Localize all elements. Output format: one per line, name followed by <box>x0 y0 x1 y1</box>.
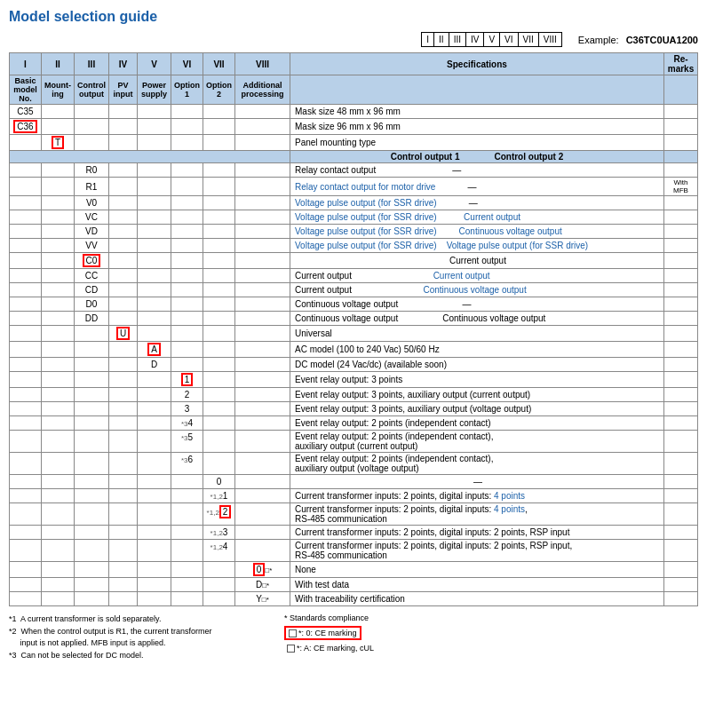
cell-c35: C35 <box>10 105 42 119</box>
roman-VI: VI <box>500 33 518 46</box>
row-opt1-5: *35 Event relay output: 2 points (indepe… <box>10 431 698 453</box>
cell-empty <box>171 196 203 210</box>
cell-empty <box>42 225 75 239</box>
remarks-U <box>664 326 698 342</box>
cell-opt2-4: *1,24 <box>203 540 235 562</box>
cell-empty <box>203 388 235 402</box>
cell-empty <box>171 326 203 342</box>
row-VV: VV Voltage pulse output (for SSR drive) … <box>10 239 698 253</box>
cell-empty <box>171 163 203 178</box>
remarks-opt2-2 <box>664 503 698 526</box>
row-opt2-1: *1,21 Current transformer inputs: 2 poin… <box>10 489 698 503</box>
header-roman-row: I II III IV V VI VII VIII Specifications… <box>10 53 698 75</box>
col-header-III: III <box>75 53 109 75</box>
cell-empty <box>42 119 75 135</box>
header-label-row: Basic model No. Mount­ing Control output… <box>10 75 698 105</box>
cell-empty <box>10 178 42 196</box>
cell-empty <box>235 210 290 225</box>
remarks-A <box>664 342 698 358</box>
remarks-DD <box>664 312 698 326</box>
cell-empty <box>138 326 171 342</box>
remarks-opt1-4 <box>664 416 698 431</box>
cell-empty <box>42 342 75 358</box>
remarks-VC <box>664 210 698 225</box>
cell-empty <box>109 578 138 592</box>
col-label-opt1: Option 1 <box>171 75 203 105</box>
cell-empty <box>171 239 203 253</box>
roman-V: V <box>484 33 500 46</box>
col-label-opt2: Option 2 <box>203 75 235 105</box>
cell-empty <box>75 416 109 431</box>
cell-empty <box>109 239 138 253</box>
remarks-opt1-1 <box>664 372 698 388</box>
cell-empty <box>42 253 75 269</box>
row-C0: C0 Current output <box>10 253 698 269</box>
cell-empty <box>235 431 290 453</box>
cell-empty <box>235 388 290 402</box>
A-highlighted: A <box>147 343 161 356</box>
cell-empty <box>203 358 235 372</box>
cell-add-D: D□* <box>235 578 290 592</box>
cell-empty <box>171 119 203 135</box>
cell-empty <box>235 540 290 562</box>
cell-empty <box>171 578 203 592</box>
cell-empty <box>42 540 75 562</box>
cell-empty <box>10 253 42 269</box>
spec-U: Universal <box>290 326 664 342</box>
cell-opt1-4: *34 <box>171 416 203 431</box>
cell-empty <box>75 388 109 402</box>
standard-ce: *: 0: CE marking <box>284 625 698 641</box>
cell-empty <box>10 297 42 312</box>
cell-opt1-5: *35 <box>171 431 203 453</box>
remarks-opt1-2 <box>664 388 698 402</box>
cell-empty <box>171 540 203 562</box>
cell-empty <box>203 105 235 119</box>
cell-empty <box>109 562 138 578</box>
cell-empty <box>10 388 42 402</box>
cell-empty <box>138 225 171 239</box>
cell-CC: CC <box>75 269 109 283</box>
cell-empty <box>235 503 290 526</box>
cell-empty <box>42 210 75 225</box>
footnote-3: *3 Can not be selected for DC model. <box>9 650 284 662</box>
remarks-opt2-0 <box>664 475 698 489</box>
cell-empty <box>203 283 235 297</box>
cell-A: A <box>138 342 171 358</box>
cell-empty <box>10 225 42 239</box>
remarks-c35 <box>664 105 698 119</box>
cell-empty <box>42 105 75 119</box>
cell-empty <box>138 475 171 489</box>
cell-empty <box>42 178 75 196</box>
cell-empty <box>203 239 235 253</box>
cell-empty <box>235 402 290 416</box>
remarks-R0 <box>664 163 698 178</box>
cell-empty <box>75 402 109 416</box>
spec-add-0: None <box>290 562 664 578</box>
cell-empty <box>109 402 138 416</box>
U-highlighted: U <box>116 327 130 340</box>
cell-empty <box>235 119 290 135</box>
cell-empty <box>109 297 138 312</box>
cell-empty <box>235 326 290 342</box>
c36-highlighted: C36 <box>13 120 36 133</box>
cell-empty <box>203 342 235 358</box>
spec-VD: Voltage pulse output (for SSR drive) Con… <box>290 225 664 239</box>
cell-empty <box>138 239 171 253</box>
cell-empty <box>75 119 109 135</box>
cell-empty <box>75 592 109 606</box>
cell-empty <box>75 503 109 526</box>
opt2-2-highlighted: 2 <box>219 505 232 518</box>
spec-D0: Continuous voltage output — <box>290 297 664 312</box>
standards-title: * Standards compliance <box>284 613 698 622</box>
spec-V0: Voltage pulse output (for SSR drive) — <box>290 196 664 210</box>
cell-empty <box>171 297 203 312</box>
remarks-CC <box>664 269 698 283</box>
cell-empty <box>138 416 171 431</box>
spec-CC: Current output Current output <box>290 269 664 283</box>
cell-empty <box>138 178 171 196</box>
cell-empty <box>42 297 75 312</box>
row-opt2-4: *1,24 Current transformer inputs: 2 poin… <box>10 540 698 562</box>
row-R1: R1 Relay contact output for motor drive … <box>10 178 698 196</box>
cell-empty <box>10 416 42 431</box>
roman-VIII: VIII <box>539 33 561 46</box>
